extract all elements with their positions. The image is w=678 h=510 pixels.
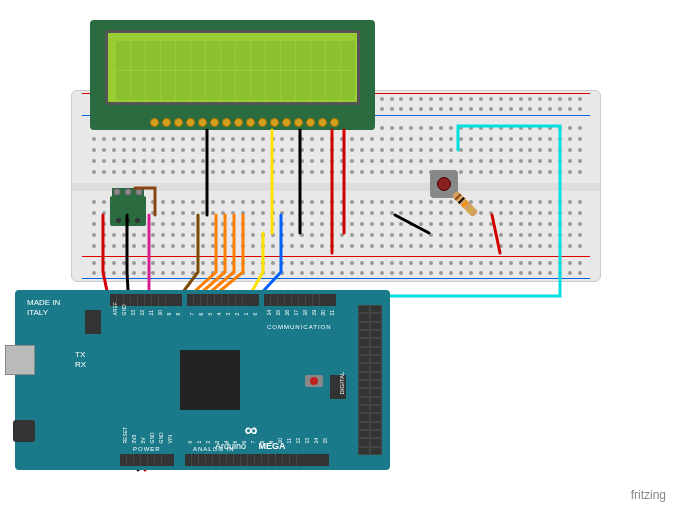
pin-label: 11 [148,307,154,316]
pin-label: AREF [112,307,118,316]
pin-label: 2 [205,435,211,444]
pin-label: 6 [198,307,204,316]
pin-label: 16 [284,307,290,316]
credit-label: fritzing [631,488,666,502]
pin-label: RESET [122,435,128,444]
power-label: POWER [133,446,161,452]
pin-label: 15 [275,307,281,316]
comm-label: COMMUNICATION [267,324,332,330]
pin-label: 8 [259,435,265,444]
pin-label: 2 [234,307,240,316]
tx-label: TX [75,350,85,359]
pin-label: 14 [266,307,272,316]
country-label: ITALY [27,308,48,317]
breadboard-main-top [90,123,584,177]
pin-label: 8 [175,307,181,316]
lcd-pin-row [150,118,339,127]
mcu-chip-icon [180,350,240,410]
pin-label: 7 [189,307,195,316]
digital-header-mid [187,294,259,306]
pin-label: 15 [322,435,328,444]
pin-label: 3 [225,307,231,316]
pin-label: 12 [295,435,301,444]
pin-label: 4 [216,307,222,316]
pin-label: 7 [250,435,256,444]
pin-label: 13 [304,435,310,444]
pin-label: 5 [207,307,213,316]
pin-label: 3 [214,435,220,444]
pin-label: 1 [196,435,202,444]
pin-label: 9 [268,435,274,444]
barrel-jack-icon [13,420,35,442]
lcd-screen [105,30,360,105]
pin-label: GND [121,307,127,316]
pin-label: 20 [320,307,326,316]
pin-label: 1 [243,307,249,316]
pin-label: GND [149,435,155,444]
breadboard-main-bot [90,197,584,251]
pin-label: 10 [157,307,163,316]
lcd-16x2 [90,20,375,130]
pin-label: 5V [140,435,146,444]
pin-label: GND [158,435,164,444]
breadboard-rails-bot [90,259,584,277]
pin-label: 4 [223,435,229,444]
pin-label: 9 [166,307,172,316]
analog-header [185,454,329,466]
pin-label: 14 [313,435,319,444]
pin-label: 0 [187,435,193,444]
pin-label: 17 [293,307,299,316]
pin-label: 0 [252,307,258,316]
screw-terminal-block [110,196,146,226]
pin-label: 10 [277,435,283,444]
icsp-header-1 [85,310,101,334]
pin-label: 12 [139,307,145,316]
arduino-mega: MADE IN ITALY TX RX COMMUNICATION POWER … [15,290,390,470]
reset-button[interactable] [305,375,323,387]
digital-label: DIGITAL [340,372,346,395]
double-header-right [358,305,382,455]
power-header [120,454,174,466]
pin-label: 19 [311,307,317,316]
pin-label: VIN [167,435,173,444]
made-in-label: MADE IN [27,298,60,307]
pin-label: 11 [286,435,292,444]
pin-label: 3V3 [131,435,137,444]
usb-port-icon [5,345,35,375]
pin-label: 13 [130,307,136,316]
rx-label: RX [75,360,86,369]
pin-label: 21 [329,307,335,316]
pushbutton-cap[interactable] [437,177,451,191]
lcd-char-grid [116,41,355,100]
pin-label: 5 [232,435,238,444]
pin-label: 6 [241,435,247,444]
pin-label: 18 [302,307,308,316]
comm-header [264,294,336,306]
